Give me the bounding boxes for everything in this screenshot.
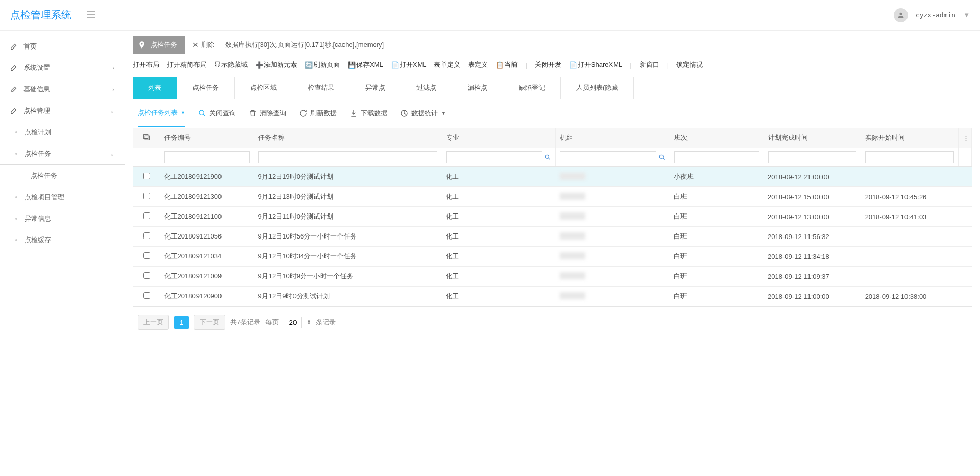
action-download-data[interactable]: 下载数据 [350,109,387,118]
cell-task-no: 化工201809121009 [160,267,254,287]
th-actual-start[interactable]: 实际开始时间 [861,128,959,148]
dev-new-window[interactable]: 新窗口 [640,60,659,69]
refresh-icon: 🔄 [305,61,312,68]
table-row[interactable]: 化工201809121300 9月12日13时0分测试计划 化工 白班 2018… [133,187,972,207]
th-plan-end[interactable]: 计划完成时间 [764,128,861,148]
svg-point-0 [199,110,204,115]
nav-settings[interactable]: 系统设置 › [0,57,125,79]
per-page-suffix: 条记录 [316,318,336,327]
tab-miss-point[interactable]: 漏检点 [452,77,503,99]
nav-sub-project-mgmt[interactable]: 点检项目管理 [0,186,125,208]
close-icon[interactable]: ✕ [192,41,199,49]
user-icon [897,11,905,19]
row-checkbox[interactable] [143,252,150,259]
page-size-spinner[interactable]: ▲▼ [307,319,311,325]
file-icon: 📄 [391,61,398,68]
filter-specialty[interactable] [446,151,542,163]
nav-sub-tasks[interactable]: 点检任务 ⌄ [0,143,125,165]
edit-icon [10,107,17,114]
tab-check-result[interactable]: 检查结果 [292,77,350,99]
cell-actual-start: 2018-09-12 10:41:03 [861,207,959,227]
tab-exception-point[interactable]: 异常点 [350,77,401,99]
cell-task-no: 化工201809121056 [160,227,254,247]
cell-task-no: 化工201809121900 [160,167,254,187]
filter-task-name[interactable] [258,151,437,163]
chevron-right-icon: › [112,65,114,71]
dev-open-layout[interactable]: 打开布局 [133,60,159,69]
dev-save-xml[interactable]: 💾保存XML [348,60,383,69]
filter-shift[interactable] [674,151,760,163]
nav-home[interactable]: 首页 [0,36,125,57]
table-row[interactable]: 化工201809121900 9月12日19时0分测试计划 化工 小夜班 201… [133,167,972,187]
dev-refresh-page[interactable]: 🔄刷新页面 [305,60,340,69]
action-task-list[interactable]: 点检任务列表 ▼ [138,108,185,127]
action-clear-query[interactable]: 清除查询 [249,109,286,118]
dev-lock-status[interactable]: 锁定情况 [676,60,703,69]
page-1-button[interactable]: 1 [174,316,189,329]
search-icon[interactable] [544,154,551,161]
dev-open-simple-layout[interactable]: 打开精简布局 [167,60,207,69]
dev-add-element[interactable]: ➕添加新元素 [255,60,297,69]
nav-baseinfo[interactable]: 基础信息 › [0,79,125,100]
th-task-name[interactable]: 任务名称 [254,128,442,148]
th-task-no[interactable]: 任务编号 [160,128,254,148]
dev-open-xml[interactable]: 📄打开XML [391,60,427,69]
tab-person-list[interactable]: 人员列表(隐藏 [561,77,634,99]
tab-defect-register[interactable]: 缺陷登记 [503,77,561,99]
user-dropdown-arrow[interactable]: ▼ [963,11,970,19]
dev-current[interactable]: 📋当前 [496,60,518,69]
cell-shift: 白班 [670,187,764,207]
th-specialty[interactable]: 专业 [442,128,555,148]
nav-baseinfo-label: 基础信息 [23,85,50,94]
page-next-button[interactable]: 下一页 [194,315,225,330]
row-checkbox[interactable] [143,232,150,239]
th-more[interactable]: ⋮ [958,128,971,148]
th-unit[interactable]: 机组 [556,128,670,148]
action-close-query[interactable]: 关闭查询 [198,109,236,118]
breadcrumb-current: 点检任务 [133,36,185,54]
filter-plan-end[interactable] [768,151,857,163]
nav-sub-sub-tasks[interactable]: 点检任务 [0,165,125,186]
row-checkbox[interactable] [143,173,150,179]
table-row[interactable]: 化工201809121100 9月12日11时0分测试计划 化工 白班 2018… [133,207,972,227]
action-data-stats[interactable]: 数据统计 ▼ [400,109,446,118]
row-checkbox[interactable] [143,212,150,219]
row-checkbox[interactable] [143,193,150,199]
filter-unit[interactable] [560,151,656,163]
cell-shift: 白班 [670,227,764,247]
th-checkbox[interactable] [133,128,160,148]
user-avatar[interactable] [894,8,908,22]
dev-form-define[interactable]: 表单定义 [434,60,460,69]
page-prev-button[interactable]: 上一页 [138,315,169,330]
nav-inspection-mgmt[interactable]: 点检管理 ⌄ [0,100,125,122]
nav-sub-cache[interactable]: 点检缓存 [0,229,125,251]
table-row[interactable]: 化工201809121034 9月12日10时34分一小时一个任务 化工 白班 … [133,247,972,267]
tab-filter-point[interactable]: 过滤点 [401,77,452,99]
filter-task-no[interactable] [164,151,250,163]
cell-task-no: 化工201809121100 [160,207,254,227]
menu-toggle-button[interactable] [87,10,96,20]
cell-task-name: 9月12日11时0分测试计划 [254,207,442,227]
table-row[interactable]: 化工201809121056 9月12日10时56分一小时一个任务 化工 白班 … [133,227,972,247]
page-size-input[interactable] [284,317,302,328]
dev-show-hidden[interactable]: 显示隐藏域 [214,60,248,69]
search-icon[interactable] [658,154,666,161]
tab-list[interactable]: 列表 [133,77,177,99]
dev-close-dev[interactable]: 关闭开发 [535,60,561,69]
th-shift[interactable]: 班次 [670,128,764,148]
breadcrumb-delete[interactable]: 删除 [201,40,214,50]
action-refresh-data[interactable]: 刷新数据 [299,109,337,118]
table-row[interactable]: 化工201809120900 9月12日9时0分测试计划 化工 白班 2018-… [133,287,972,306]
row-checkbox[interactable] [143,272,150,279]
cell-plan-end: 2018-09-12 15:00:00 [764,187,861,207]
filter-actual-start[interactable] [865,151,954,163]
dev-open-sharexml[interactable]: 📄打开ShareXML [569,60,622,69]
tab-inspection-area[interactable]: 点检区域 [235,77,292,99]
dev-table-define[interactable]: 表定义 [468,60,488,69]
edit-icon [10,64,17,72]
nav-sub-exception[interactable]: 异常信息 [0,208,125,229]
row-checkbox[interactable] [143,292,150,299]
tab-inspection-task[interactable]: 点检任务 [177,77,235,99]
nav-sub-plan[interactable]: 点检计划 [0,122,125,143]
table-row[interactable]: 化工201809121009 9月12日10时9分一小时一个任务 化工 白班 2… [133,267,972,287]
